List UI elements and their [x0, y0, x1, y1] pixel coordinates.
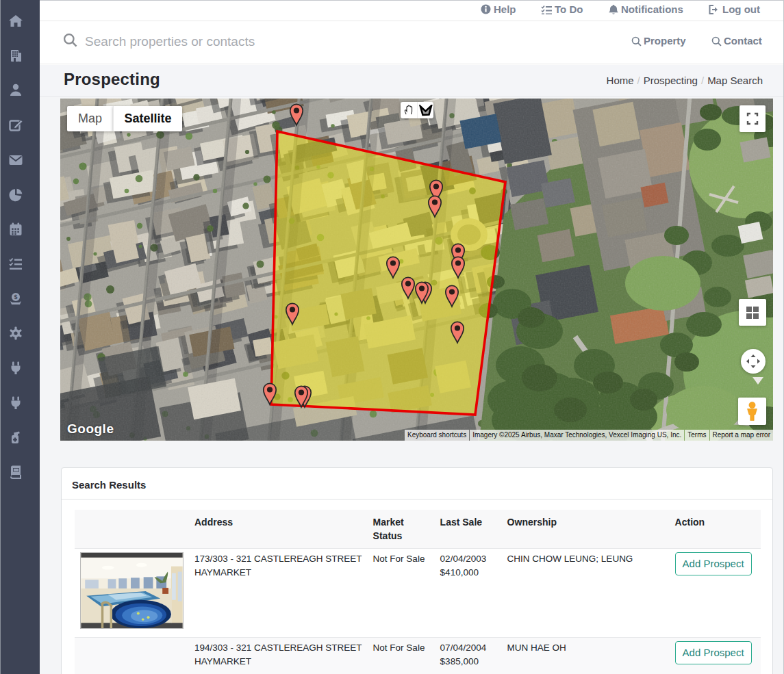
svg-text:$: $ — [14, 294, 17, 300]
